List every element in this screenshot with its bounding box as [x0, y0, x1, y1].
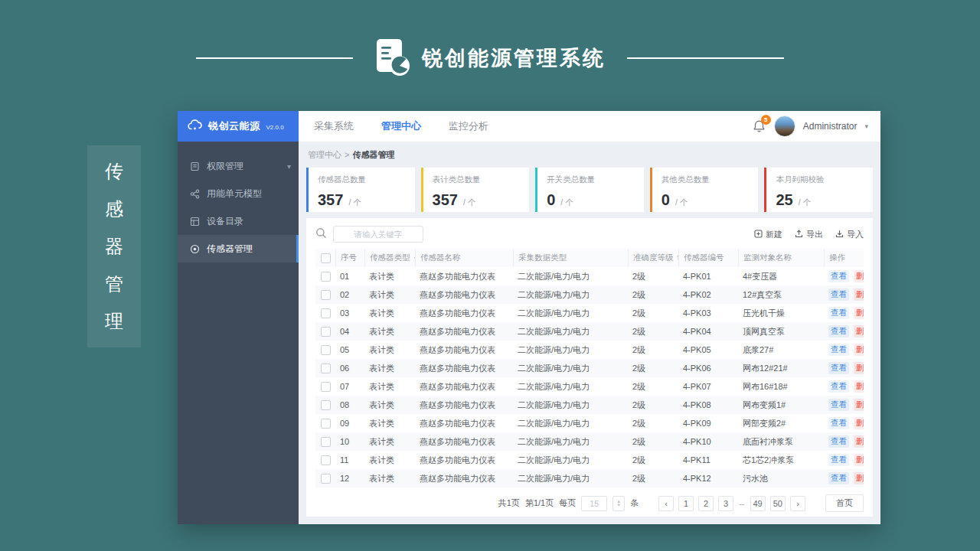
cell-sensor-type: 表计类 — [364, 377, 415, 396]
row-checkbox[interactable] — [321, 437, 331, 447]
page-button-50[interactable]: 50 — [770, 496, 786, 511]
cell-sensor-code: 4-PK08 — [678, 396, 738, 414]
row-checkbox[interactable] — [321, 400, 331, 410]
sidebar-item-energy-unit-model[interactable]: 用能单元模型 — [178, 180, 299, 207]
cell-accuracy-level: 2级 — [628, 359, 678, 377]
table-row: 09表计类燕赵多功能电力仪表二次能源/电力/电力2级4-PK09网部变频2#查看… — [315, 414, 864, 432]
cell-accuracy-level: 2级 — [628, 267, 678, 285]
row-checkbox[interactable] — [321, 364, 331, 373]
page-button-49[interactable]: 49 — [750, 496, 766, 511]
view-link[interactable]: 查看 — [828, 344, 849, 356]
app-window: 锐创云能源 V2.0.0 权限管理 ▾ 用能单元模型 — [178, 111, 880, 524]
sensor-target-icon — [190, 244, 200, 254]
import-button[interactable]: 导入 — [835, 229, 864, 240]
view-link[interactable]: 查看 — [828, 417, 849, 429]
delete-link[interactable]: 删除 — [854, 344, 864, 356]
total-pages-text: 共1页 — [498, 497, 520, 509]
delete-link[interactable]: 删除 — [854, 307, 864, 319]
new-button[interactable]: 新建 — [754, 229, 782, 240]
delete-link[interactable]: 删除 — [854, 270, 864, 282]
cell-monitor-target: 网布变频1# — [738, 396, 824, 414]
stat-label: 本月到期校验 — [776, 174, 867, 185]
header-actions: 操作 — [824, 249, 864, 267]
next-page-button[interactable]: › — [790, 496, 805, 511]
stat-cards-row: 传感器总数量 357/ 个 表计类总数量 357/ 个 开关类总数量 0/ 个 … — [306, 168, 873, 212]
cell-sensor-code: 4-PK03 — [678, 304, 738, 322]
cell-sensor-code: 4-PK07 — [678, 377, 738, 396]
view-link[interactable]: 查看 — [828, 307, 849, 319]
delete-link[interactable]: 删除 — [854, 325, 864, 337]
view-link[interactable]: 查看 — [828, 380, 849, 393]
tab-collect-system[interactable]: 采集系统 — [314, 119, 354, 133]
delete-link[interactable]: 删除 — [854, 399, 864, 411]
stat-card-due-check: 本月到期校验 25/ 个 — [764, 168, 873, 212]
view-link[interactable]: 查看 — [828, 399, 849, 411]
sidebar-item-device-catalog[interactable]: 设备目录 — [178, 207, 299, 235]
avatar[interactable] — [774, 116, 795, 137]
prev-page-button[interactable]: ‹ — [658, 496, 674, 511]
page-button-3[interactable]: 3 — [718, 496, 733, 511]
view-link[interactable]: 查看 — [828, 362, 849, 374]
cell-data-type: 二次能源/电力/电力 — [513, 341, 628, 359]
row-checkbox[interactable] — [321, 308, 331, 318]
page-button-1[interactable]: 1 — [678, 496, 694, 511]
row-checkbox[interactable] — [321, 419, 331, 429]
row-checkbox[interactable] — [321, 272, 331, 282]
cell-no: 10 — [335, 432, 364, 451]
delete-link[interactable]: 删除 — [854, 454, 864, 466]
cell-sensor-name: 燕赵多功能电力仪表 — [415, 432, 513, 451]
row-checkbox[interactable] — [321, 327, 331, 337]
cell-no: 01 — [335, 267, 364, 285]
row-checkbox[interactable] — [321, 345, 331, 355]
header-accuracy-level: 准确度等级⇅ — [628, 249, 678, 267]
search-input[interactable] — [333, 226, 423, 243]
notification-bell-icon[interactable]: 5 — [753, 119, 766, 133]
row-checkbox[interactable] — [321, 382, 331, 392]
home-page-button[interactable]: 首页 — [825, 494, 864, 512]
delete-link[interactable]: 删除 — [854, 472, 864, 484]
sidebar-item-sensor-management[interactable]: 传感器管理 — [178, 235, 299, 262]
view-link[interactable]: 查看 — [828, 325, 849, 337]
cell-sensor-code: 4-PK05 — [678, 341, 738, 359]
view-link[interactable]: 查看 — [828, 435, 849, 448]
table-row: 07表计类燕赵多功能电力仪表二次能源/电力/电力2级4-PK07网布16#18#… — [315, 377, 864, 396]
cell-sensor-name: 燕赵多功能电力仪表 — [415, 285, 513, 304]
cell-data-type: 二次能源/电力/电力 — [513, 469, 628, 487]
tab-management-center[interactable]: 管理中心 — [381, 119, 421, 133]
cell-sensor-name: 燕赵多功能电力仪表 — [415, 396, 513, 414]
cell-data-type: 二次能源/电力/电力 — [513, 304, 628, 322]
content-body: 管理中心>传感器管理 传感器总数量 357/ 个 表计类总数量 357/ 个 开… — [299, 142, 880, 524]
cell-sensor-type: 表计类 — [364, 359, 415, 377]
delete-link[interactable]: 删除 — [854, 289, 864, 301]
select-all-checkbox[interactable] — [321, 253, 331, 263]
cell-accuracy-level: 2级 — [628, 322, 678, 341]
page-size-input[interactable] — [581, 496, 607, 511]
user-name[interactable]: Administrator — [803, 121, 858, 132]
delete-link[interactable]: 删除 — [854, 362, 864, 374]
view-link[interactable]: 查看 — [828, 289, 849, 301]
pager: ‹ 1 2 3 -- 49 50 › — [658, 496, 805, 511]
cell-accuracy-level: 2级 — [628, 341, 678, 359]
export-button[interactable]: 导出 — [795, 229, 823, 240]
row-checkbox[interactable] — [321, 455, 331, 465]
row-checkbox[interactable] — [321, 474, 331, 484]
table-body: 01表计类燕赵多功能电力仪表二次能源/电力/电力2级4-PK014#变压器查看删… — [315, 267, 864, 487]
delete-link[interactable]: 删除 — [854, 417, 864, 429]
cell-sensor-code: 4-PK10 — [678, 432, 738, 451]
stat-card-switch-total: 开关类总数量 0/ 个 — [535, 168, 644, 212]
cell-data-type: 二次能源/电力/电力 — [513, 451, 628, 469]
row-checkbox[interactable] — [321, 290, 331, 300]
tab-monitor-analysis[interactable]: 监控分析 — [449, 119, 488, 133]
view-link[interactable]: 查看 — [828, 270, 849, 282]
breadcrumb-parent[interactable]: 管理中心 — [308, 150, 341, 159]
page-size-stepper[interactable]: ▲▼ — [612, 496, 625, 511]
view-link[interactable]: 查看 — [828, 454, 849, 466]
page-button-2[interactable]: 2 — [698, 496, 714, 511]
delete-link[interactable]: 删除 — [854, 435, 864, 448]
view-link[interactable]: 查看 — [828, 472, 849, 484]
cell-data-type: 二次能源/电力/电力 — [513, 285, 628, 304]
delete-link[interactable]: 删除 — [854, 380, 864, 393]
page-ellipsis: -- — [739, 499, 744, 508]
sidebar-item-permission[interactable]: 权限管理 ▾ — [178, 152, 299, 180]
user-caret-down-icon[interactable]: ▾ — [864, 122, 868, 130]
